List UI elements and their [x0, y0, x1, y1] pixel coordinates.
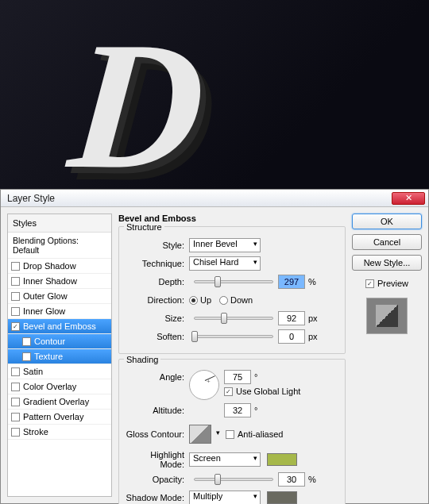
depth-unit: %	[308, 277, 316, 287]
style-option-checkbox[interactable]	[22, 352, 31, 361]
preview-checkbox[interactable]	[365, 279, 374, 288]
style-option-color-overlay[interactable]: Color Overlay	[8, 379, 111, 394]
style-label: Style:	[126, 240, 189, 250]
highlight-mode-label: Highlight Mode:	[126, 450, 189, 469]
size-unit: px	[308, 314, 318, 323]
style-option-label: Texture	[34, 352, 63, 361]
style-option-contour[interactable]: Contour	[8, 334, 111, 349]
soften-label: Soften:	[126, 332, 189, 341]
direction-down-label: Down	[230, 295, 253, 305]
style-option-checkbox[interactable]	[11, 322, 20, 331]
close-icon: ✕	[405, 193, 412, 203]
angle-input[interactable]: 75	[224, 370, 251, 384]
shadow-color-swatch[interactable]	[267, 491, 297, 504]
cancel-button[interactable]: Cancel	[352, 234, 422, 250]
background-3d-preview: D	[0, 0, 429, 189]
style-select[interactable]: Inner Bevel	[189, 238, 261, 252]
style-option-checkbox[interactable]	[22, 337, 31, 346]
style-option-checkbox[interactable]	[11, 383, 20, 391]
highlight-opacity-slider[interactable]	[194, 478, 273, 481]
style-option-inner-shadow[interactable]: Inner Shadow	[8, 274, 111, 289]
style-option-gradient-overlay[interactable]: Gradient Overlay	[8, 394, 111, 410]
titlebar: Layer Style ✕	[1, 190, 428, 207]
preview-swatch	[366, 298, 408, 334]
style-option-checkbox[interactable]	[11, 277, 20, 286]
blending-options-row[interactable]: Blending Options: Default	[8, 233, 111, 259]
style-option-texture[interactable]: Texture	[8, 349, 111, 364]
highlight-mode-select[interactable]: Screen	[189, 452, 261, 467]
altitude-unit: °	[254, 406, 257, 415]
styles-header[interactable]: Styles	[8, 214, 111, 233]
shading-legend: Shading	[124, 355, 160, 364]
dialog-buttons: OK Cancel New Style... Preview	[352, 214, 422, 497]
style-option-stroke[interactable]: Stroke	[8, 425, 111, 440]
style-option-label: Color Overlay	[23, 382, 76, 391]
style-option-checkbox[interactable]	[11, 367, 20, 376]
technique-label: Technique:	[126, 259, 189, 268]
layer-style-dialog: Layer Style ✕ Styles Blending Options: D…	[0, 189, 429, 504]
style-option-label: Outer Glow	[23, 291, 68, 301]
soften-input[interactable]: 0	[278, 329, 305, 344]
size-slider[interactable]	[194, 317, 273, 320]
style-option-checkbox[interactable]	[11, 262, 20, 271]
style-option-checkbox[interactable]	[11, 428, 20, 437]
shadow-mode-select[interactable]: Multiply	[189, 491, 261, 504]
highlight-color-swatch[interactable]	[267, 453, 297, 466]
global-light-checkbox[interactable]	[224, 387, 233, 396]
soften-slider[interactable]	[194, 335, 273, 338]
altitude-input[interactable]: 32	[224, 403, 251, 417]
direction-up-label: Up	[200, 295, 211, 305]
style-option-pattern-overlay[interactable]: Pattern Overlay	[8, 410, 111, 425]
angle-unit: °	[254, 372, 257, 382]
letter-d-graphic: D	[62, 0, 212, 210]
close-button[interactable]: ✕	[392, 192, 425, 205]
styles-list: Styles Blending Options: Default Drop Sh…	[7, 214, 112, 497]
depth-input[interactable]: 297	[278, 275, 305, 289]
size-input[interactable]: 92	[278, 311, 305, 325]
direction-up-radio[interactable]	[189, 296, 198, 305]
direction-down-radio[interactable]	[219, 296, 228, 305]
soften-unit: px	[308, 332, 318, 341]
direction-label: Direction:	[126, 295, 189, 305]
style-option-inner-glow[interactable]: Inner Glow	[8, 304, 111, 319]
style-option-checkbox[interactable]	[11, 292, 20, 301]
global-light-label: Use Global Light	[236, 387, 300, 396]
antialiased-checkbox[interactable]	[226, 430, 234, 439]
highlight-opacity-label: Opacity:	[126, 475, 189, 484]
style-option-checkbox[interactable]	[11, 307, 20, 316]
depth-label: Depth:	[126, 277, 189, 287]
style-option-label: Contour	[34, 337, 65, 346]
style-option-label: Stroke	[23, 427, 48, 437]
gloss-contour-label: Gloss Contour:	[126, 429, 189, 439]
style-option-bevel-and-emboss[interactable]: Bevel and Emboss	[8, 319, 111, 334]
depth-slider[interactable]	[194, 280, 273, 283]
highlight-opacity-unit: %	[308, 475, 316, 484]
style-option-checkbox[interactable]	[11, 398, 20, 406]
preview-label: Preview	[377, 279, 408, 288]
structure-legend: Structure	[124, 222, 164, 232]
shadow-mode-label: Shadow Mode:	[126, 493, 189, 502]
style-option-drop-shadow[interactable]: Drop Shadow	[8, 259, 111, 274]
style-option-label: Pattern Overlay	[23, 412, 83, 421]
antialiased-label: Anti-aliased	[238, 429, 283, 439]
technique-select[interactable]: Chisel Hard	[189, 256, 261, 271]
window-title: Layer Style	[4, 193, 392, 204]
ok-button[interactable]: OK	[352, 214, 422, 229]
style-option-outer-glow[interactable]: Outer Glow	[8, 289, 111, 304]
style-option-label: Inner Shadow	[23, 276, 77, 286]
settings-panel: Bevel and Emboss Structure Style: Inner …	[118, 214, 346, 497]
style-option-label: Inner Glow	[23, 306, 65, 316]
style-option-label: Gradient Overlay	[23, 397, 89, 406]
style-option-checkbox[interactable]	[11, 413, 20, 421]
style-option-satin[interactable]: Satin	[8, 364, 111, 379]
shading-group: Shading Angle: + 75 ° Use Global	[118, 359, 346, 504]
highlight-opacity-input[interactable]: 30	[278, 472, 305, 487]
altitude-label: Altitude:	[126, 406, 189, 415]
new-style-button[interactable]: New Style...	[352, 255, 422, 271]
style-option-label: Satin	[23, 367, 43, 376]
gloss-contour-picker[interactable]	[189, 425, 211, 444]
angle-control[interactable]: +	[189, 370, 219, 400]
size-label: Size:	[126, 314, 189, 323]
style-option-label: Drop Shadow	[23, 261, 76, 271]
angle-label: Angle:	[126, 370, 189, 382]
